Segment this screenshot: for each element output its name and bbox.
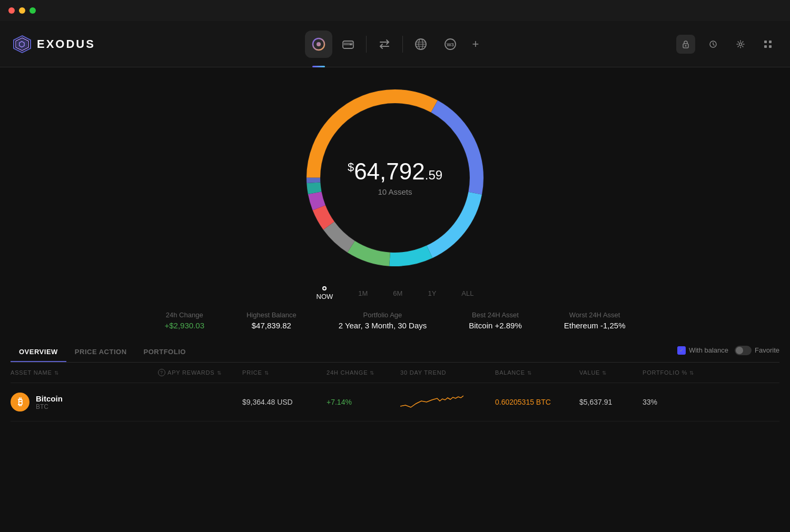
stat-portfolio-age: Portfolio Age 2 Year, 3 Month, 30 Days — [339, 311, 427, 330]
help-icon-apy: ? — [158, 369, 165, 376]
tab-portfolio[interactable]: PORTFOLIO — [135, 343, 194, 362]
time-option-all[interactable]: ALL — [461, 289, 473, 297]
table-filters: ✓ With balance Favorite — [677, 346, 779, 359]
btc-24h-change: +7.14% — [327, 398, 400, 406]
svg-point-5 — [317, 42, 321, 46]
nav-tabs: W3 + — [305, 31, 485, 58]
btc-ticker: BTC — [36, 403, 63, 410]
logo: ⬡ EXODUS — [13, 35, 95, 54]
exodus-logo-icon: ⬡ — [13, 35, 32, 54]
stat-24h-change: 24h Change +$2,930.03 — [164, 311, 204, 330]
lock-icon — [682, 40, 690, 48]
lock-button[interactable] — [676, 35, 695, 54]
browser-icon — [414, 37, 428, 51]
title-bar — [0, 0, 790, 21]
stat-value-highest: $47,839.82 — [252, 321, 291, 330]
filter-check-balance: ✓ — [677, 346, 686, 355]
th-30day-trend: 30 DAY TREND — [400, 369, 495, 376]
stat-value-age: 2 Year, 3 Month, 30 Days — [339, 321, 427, 330]
time-dot — [322, 286, 327, 290]
th-balance[interactable]: BALANCE ⇅ — [495, 369, 579, 376]
filter-favorite[interactable]: Favorite — [735, 346, 779, 355]
nav-bar: ⬡ EXODUS — [0, 21, 790, 67]
tab-price-action[interactable]: PRICE ACTION — [66, 343, 135, 362]
sort-icon-asset: ⇅ — [54, 370, 59, 376]
add-tab-button[interactable]: + — [466, 35, 485, 54]
btc-name: Bitcoin — [36, 394, 63, 403]
svg-rect-7 — [343, 43, 353, 45]
th-value[interactable]: VALUE ⇅ — [579, 369, 643, 376]
svg-point-17 — [685, 45, 687, 46]
tab-overview[interactable]: OVERVIEW — [11, 343, 66, 362]
stat-label-worst: Worst 24H Asset — [569, 311, 620, 319]
nav-tab-web3[interactable]: W3 — [437, 31, 464, 58]
svg-text:W3: W3 — [447, 42, 454, 47]
settings-icon — [736, 40, 745, 48]
asset-cell-btc: ₿ Bitcoin BTC — [11, 393, 158, 411]
filter-label-favorite: Favorite — [755, 346, 779, 354]
table-section: OVERVIEW PRICE ACTION PORTFOLIO ✓ With b… — [0, 343, 790, 421]
nav-tab-wallet[interactable] — [334, 31, 362, 58]
filter-with-balance[interactable]: ✓ With balance — [677, 346, 728, 355]
nav-tab-portfolio[interactable] — [305, 31, 332, 58]
sort-icon-balance: ⇅ — [527, 370, 532, 376]
nav-tab-exchange[interactable] — [371, 31, 398, 58]
svg-rect-8 — [350, 44, 352, 45]
stat-value-best: Bitcoin +2.89% — [469, 321, 521, 330]
btc-portfolio-pct: 33% — [643, 398, 695, 406]
btc-balance: 0.60205315 BTC — [495, 398, 579, 406]
donut-chart-wrapper: $64,792.59 10 Assets — [295, 78, 495, 278]
minimize-button[interactable] — [19, 7, 25, 14]
apps-icon — [764, 40, 772, 48]
close-button[interactable] — [8, 7, 15, 14]
history-button[interactable] — [704, 35, 723, 54]
web3-icon: W3 — [443, 37, 457, 51]
portfolio-total: $64,792.59 — [348, 160, 442, 183]
stat-worst-asset: Worst 24H Asset Ethereum -1,25% — [564, 311, 626, 330]
filter-label-balance: With balance — [689, 346, 728, 354]
time-option-1m[interactable]: 1M — [358, 289, 368, 297]
stat-label-best: Best 24H Asset — [472, 311, 519, 319]
time-option-1y[interactable]: 1Y — [428, 289, 436, 297]
currency-symbol: $ — [348, 160, 354, 174]
table-row[interactable]: ₿ Bitcoin BTC $9,364.48 USD +7.14% 0.602… — [11, 383, 779, 421]
th-24h-change[interactable]: 24H CHANGE ⇅ — [327, 369, 400, 376]
nav-right-icons — [676, 35, 777, 54]
wallet-icon — [341, 37, 355, 51]
btc-sparkline — [400, 390, 463, 411]
svg-text:⬡: ⬡ — [18, 40, 25, 48]
sort-icon-apy: ⇅ — [217, 370, 222, 376]
th-apy-rewards[interactable]: ? APY REWARDS ⇅ — [158, 369, 242, 376]
portfolio-section: $64,792.59 10 Assets NOW 1M 6M 1Y ALL — [0, 67, 790, 421]
nav-tab-browser[interactable] — [407, 31, 434, 58]
stat-value-worst: Ethereum -1,25% — [564, 321, 626, 330]
svg-rect-23 — [769, 45, 772, 48]
btc-price: $9,364.48 USD — [242, 398, 327, 406]
settings-button[interactable] — [731, 35, 750, 54]
portfolio-icon — [312, 37, 325, 51]
sort-icon-portfolio: ⇅ — [689, 370, 694, 376]
svg-rect-20 — [764, 41, 767, 43]
btc-value: $5,637.91 — [579, 398, 643, 406]
table-headers: ASSET NAME ⇅ ? APY REWARDS ⇅ PRICE ⇅ 24H… — [11, 363, 779, 383]
th-portfolio-pct[interactable]: PORTFOLIO % ⇅ — [643, 369, 695, 376]
sort-icon-24h: ⇅ — [370, 370, 374, 376]
sort-icon-value: ⇅ — [602, 370, 607, 376]
svg-rect-22 — [764, 45, 767, 48]
time-option-now[interactable]: NOW — [317, 286, 333, 300]
stat-best-asset: Best 24H Asset Bitcoin +2.89% — [469, 311, 521, 330]
btc-sparkline-cell — [400, 390, 495, 414]
th-asset-name[interactable]: ASSET NAME ⇅ — [11, 369, 158, 376]
time-option-6m[interactable]: 6M — [393, 289, 402, 297]
sort-icon-price: ⇅ — [264, 370, 269, 376]
main-content: $64,792.59 10 Assets NOW 1M 6M 1Y ALL — [0, 67, 790, 532]
nav-divider-2 — [402, 36, 403, 53]
apps-button[interactable] — [758, 35, 777, 54]
stats-row: 24h Change +$2,930.03 Highest Balance $4… — [143, 311, 646, 330]
filter-toggle-favorite[interactable] — [735, 346, 752, 355]
table-tabs: OVERVIEW PRICE ACTION PORTFOLIO ✓ With b… — [11, 343, 779, 363]
stat-highest-balance: Highest Balance $47,839.82 — [246, 311, 297, 330]
maximize-button[interactable] — [29, 7, 36, 14]
app-title: EXODUS — [37, 37, 95, 51]
th-price[interactable]: PRICE ⇅ — [242, 369, 327, 376]
